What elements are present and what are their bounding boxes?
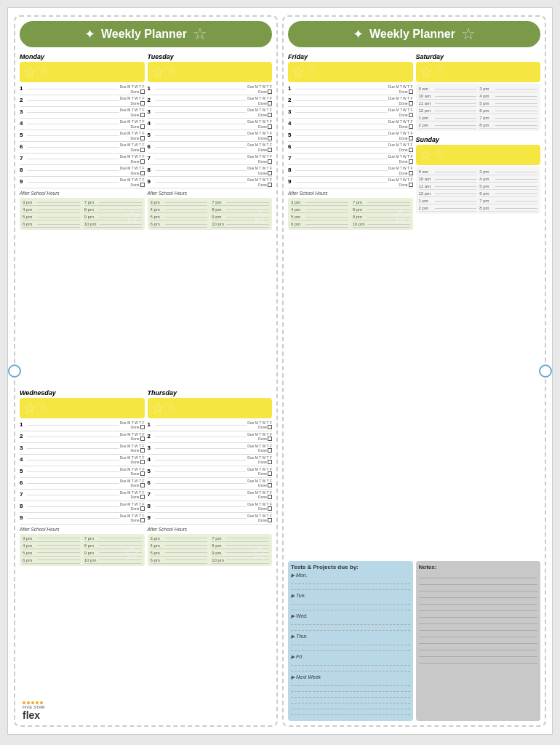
logo-area: FIVE STAR flex [23, 701, 45, 721]
saturday-times: 9 am 3 pm 10 am 4 pm 11 am 5 pm 12 pm 6 … [416, 84, 541, 131]
time-entry: 4 pm [479, 176, 537, 183]
dot2 [27, 701, 30, 704]
time-entry: 5 pm [23, 215, 80, 220]
thu-star-bg: ☆ [151, 399, 164, 417]
right-star-left-icon: ✦ [353, 26, 364, 42]
arrow-icon: ▶ [291, 593, 295, 598]
sat-star-bg2: ☆ [434, 63, 444, 76]
test-day-fri: ▶Fri. [291, 654, 410, 672]
table-row: 1Due M T W T FDone [20, 420, 145, 431]
table-row: 8Due M T W T FDone [148, 165, 273, 177]
time-entry: 9 am [419, 86, 477, 92]
fri-star-bg2: ☆ [306, 63, 316, 76]
table-row: 5Due M T W T FDone [288, 130, 413, 142]
time-entry: 3 pm [23, 200, 80, 206]
table-row: 1Due M T W T FDone [288, 84, 413, 95]
thursday-col: Thursday ☆ ☆ 1Due M T W T FDone 2Due M T… [148, 389, 273, 722]
table-row: 7Due M T W T FDone [148, 154, 273, 165]
tuesday-label: Tuesday [148, 53, 273, 60]
time-entry: 11 am [419, 100, 477, 107]
thursday-star-box: ☆ ☆ [148, 398, 273, 418]
table-row: 4 Due M T W T FDone [20, 119, 145, 130]
star-right-icon: ☆ [193, 25, 207, 44]
time-entry: 7 pm [479, 198, 537, 204]
time-entry: 6 pm [479, 191, 537, 197]
time-entry: 6 pm [479, 108, 537, 114]
after-school-label: After School Hours [20, 191, 145, 196]
time-entry: 5 pm [479, 183, 537, 190]
table-row: 9Due M T W T FDone [148, 177, 273, 188]
time-entry: 2 pm [419, 122, 477, 129]
arrow-icon: ▶ [291, 573, 295, 578]
thursday-after-times: ☆ 3 pm 7 pm 4 pm 8 pm 5 pm 9 pm 6 pm 10 … [148, 534, 273, 566]
saturday-star-box: ☆ ☆ [416, 62, 541, 82]
arrow-icon: ▶ [291, 634, 295, 639]
time-entry: 5 pm [23, 551, 80, 557]
table-row: 2Due M T W T FDone [20, 431, 145, 443]
sunday-star-box: ☆ ☆ [416, 145, 541, 165]
test-day-nextweek: ▶Next Week [291, 674, 410, 716]
test-day-wed: ▶Wed. [291, 613, 410, 632]
wednesday-after-school: After School Hours ☆ 3 pm 7 pm 4 pm 8 pm… [20, 527, 145, 566]
friday-col: Friday ☆ ☆ 1Due M T W T FDone 2Due M T W… [288, 53, 413, 555]
time-entry: 8 pm [479, 122, 537, 129]
monday-after-times: ☆ 3 pm 7 pm 4 pm 8 pm 5 pm 9 pm 6 pm 10 … [20, 198, 145, 230]
notes-lines [419, 573, 538, 664]
table-row: 1Due M T W T FDone [148, 420, 273, 431]
right-banner: ✦ Weekly Planner ☆ [288, 21, 540, 47]
time-entry: 7 pm [479, 115, 537, 121]
table-row: 2Due M T W T FDone [288, 95, 413, 107]
time-entry: 6 pm [151, 558, 208, 564]
after-star-icon5: ☆ [391, 204, 409, 228]
mon-tue-row: Monday ☆ ☆ 1 Due M T W T FDone 2 Due M T… [20, 53, 272, 386]
right-star-right-icon: ☆ [461, 25, 476, 44]
time-entry: 1 pm [419, 198, 477, 204]
time-entry: 10 am [419, 176, 477, 183]
table-row: 6Due M T W T FDone [20, 478, 145, 490]
time-entry: 3 pm [479, 169, 537, 175]
table-row: 3Due M T W T FDone [20, 443, 145, 455]
friday-tasks: 1Due M T W T FDone 2Due M T W T FDone 3D… [288, 84, 413, 188]
table-row: 4Due M T W T FDone [20, 455, 145, 466]
table-row: 9Due M T W T FDone [148, 513, 273, 525]
left-banner-title: Weekly Planner [101, 28, 187, 41]
friday-star-box: ☆ ☆ [288, 62, 413, 82]
monday-star-box: ☆ ☆ [20, 62, 145, 82]
dot4 [36, 701, 39, 704]
table-row: 9Due M T W T FDone [20, 513, 145, 525]
test-day-tue: ▶Tue. [291, 593, 410, 611]
time-entry: 6 pm [291, 222, 348, 228]
table-row: 5 Due M T W T FDone [20, 130, 145, 142]
page: ✦ Weekly Planner ☆ Monday ☆ ☆ 1 Due M T … [7, 7, 553, 735]
sat-star-bg: ☆ [420, 63, 433, 81]
sunday-label: Sunday [416, 136, 541, 143]
monday-star-bg: ☆ [23, 63, 36, 81]
circle-right [539, 364, 552, 378]
star-left-icon: ✦ [84, 26, 95, 42]
time-entry: 5 pm [479, 100, 537, 107]
notes-title: Notes: [419, 564, 538, 570]
monday-tasks: 1 Due M T W T FDone 2 Due M T W T FDone … [20, 84, 145, 188]
test-day-thu: ▶Thur. [291, 634, 410, 652]
tuesday-after-school: After School Hours ☆ 3 pm 7 pm 4 pm 8 pm… [148, 191, 273, 230]
thursday-after-school: After School Hours ☆ 3 pm 7 pm 4 pm 8 pm… [148, 527, 273, 566]
table-row: 4Due M T W T FDone [148, 455, 273, 466]
time-entry: 3 pm [151, 536, 208, 542]
table-row: 3Due M T W T FDone [148, 443, 273, 455]
thursday-label: Thursday [148, 389, 273, 397]
table-row: 3Due M T W T FDone [288, 107, 413, 119]
table-row: 6Due M T W T FDone [148, 142, 273, 154]
time-entry: 3 pm [23, 536, 80, 542]
table-row: 6Due M T W T FDone [288, 142, 413, 154]
tests-box: Tests & Projects due by: ▶Mon. ▶Tue. ▶We… [288, 561, 413, 721]
time-entry: 4 pm [151, 543, 208, 549]
table-row: 8 Due M T W T FDone [20, 165, 145, 177]
sunday-times: 9 am 3 pm 10 am 4 pm 11 am 5 pm 12 pm 6 … [416, 167, 541, 214]
tuesday-star-bg2: ☆ [166, 63, 176, 76]
table-row: 4Due M T W T FDone [148, 119, 273, 130]
table-row: 7Due M T W T FDone [20, 490, 145, 501]
sat-sun-col: Saturday ☆ ☆ 9 am 3 pm 10 am 4 pm 11 am … [416, 53, 541, 555]
wed-thu-row: Wednesday ☆ ☆ 1Due M T W T FDone 2Due M … [20, 389, 272, 722]
dot5 [40, 701, 43, 704]
after-star-icon3: ☆ [123, 541, 141, 565]
